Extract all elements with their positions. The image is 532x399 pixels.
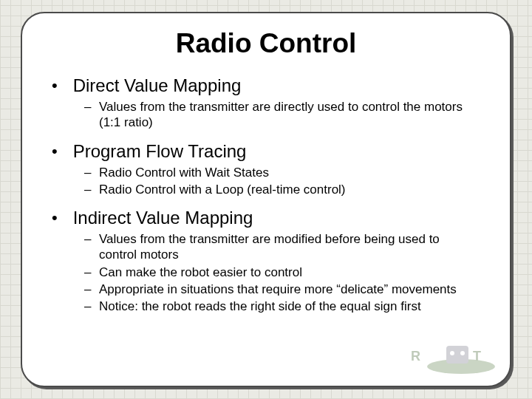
sub-list: Radio Control with Wait States Radio Con… [84, 165, 480, 198]
svg-rect-1 [446, 346, 468, 364]
svg-text:R: R [411, 349, 420, 364]
slide-card: Radio Control Direct Value Mapping Value… [21, 12, 511, 387]
bullet-item: Direct Value Mapping Values from the tra… [52, 75, 480, 131]
sub-list: Values from the transmitter are modified… [84, 231, 480, 314]
sub-item: Values from the transmitter are modified… [84, 231, 480, 263]
bullet-label: Program Flow Tracing [73, 141, 247, 161]
sub-list: Values from the transmitter are directly… [84, 99, 480, 131]
sub-item: Notice: the robot reads the right side o… [84, 299, 480, 314]
svg-point-3 [460, 351, 465, 355]
sub-item: Radio Control with Wait States [84, 165, 480, 180]
bullet-item: Indirect Value Mapping Values from the t… [52, 208, 480, 314]
bullet-list: Direct Value Mapping Values from the tra… [52, 75, 480, 314]
slide-title: Radio Control [52, 28, 480, 59]
sub-item: Radio Control with a Loop (real-time con… [84, 182, 480, 197]
svg-point-2 [450, 351, 454, 355]
sub-item: Can make the robot easier to control [84, 265, 480, 280]
bullet-label: Direct Value Mapping [73, 75, 242, 95]
bullet-item: Program Flow Tracing Radio Control with … [52, 141, 480, 198]
bullet-label: Indirect Value Mapping [73, 208, 253, 228]
sub-item: Appropriate in situations that require m… [84, 282, 480, 297]
robot-logo-icon: R T [403, 331, 499, 375]
sub-item: Values from the transmitter are directly… [84, 99, 480, 131]
svg-text:T: T [473, 349, 481, 364]
